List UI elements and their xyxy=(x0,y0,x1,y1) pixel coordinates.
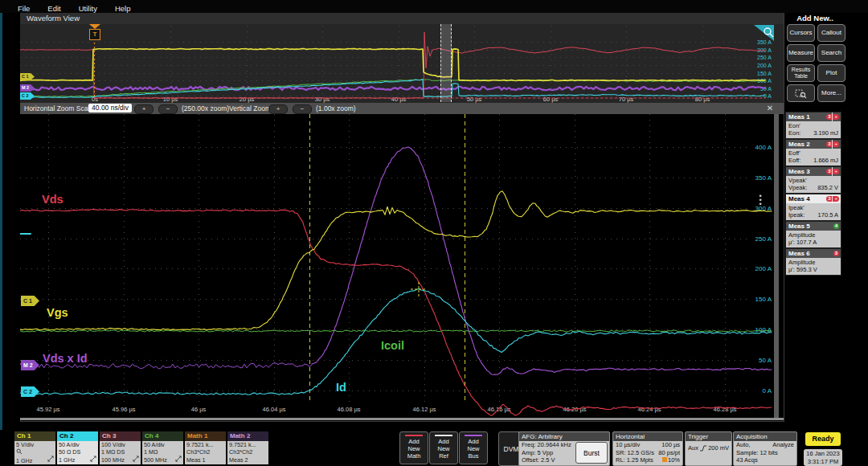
add-new-zoom-select-button[interactable] xyxy=(787,84,815,102)
add-new-math-button[interactable]: AddNewMath xyxy=(399,431,428,464)
x-tick-label: 30 µs xyxy=(315,96,330,103)
v-zoom-label: Vertical Zoom xyxy=(229,104,271,112)
channel-setting: 100 V/div xyxy=(101,441,139,448)
meas-source-badge: 3+ xyxy=(826,169,839,174)
y-tick-label: 150 A xyxy=(757,71,772,76)
x-tick-label: 46.24 µs xyxy=(638,406,661,413)
trace-label-id[interactable]: Id xyxy=(336,381,346,394)
meas-header: Meas 63 xyxy=(785,248,841,258)
trace-label-vds-x-id[interactable]: Vds x Id xyxy=(43,352,88,365)
y-tick-label: 350 A xyxy=(755,174,772,182)
h-zoom-minus-button[interactable]: − xyxy=(158,104,178,114)
meas-body: Eon'Eon:3.190 mJ xyxy=(785,121,841,139)
acquisition-mode: Auto, xyxy=(736,441,751,449)
trace-icoil-ch4 xyxy=(20,330,772,332)
panel-splitter[interactable] xyxy=(774,114,779,418)
trace-label-icoil[interactable]: Icoil xyxy=(381,339,404,352)
meas-name-label: Amplitude xyxy=(788,231,838,239)
zoom-select-corner-icon[interactable] xyxy=(752,24,775,42)
v-zoom-minus-button[interactable]: − xyxy=(293,104,312,114)
meas-source-badge: 3+ xyxy=(826,114,839,120)
channel-badge-ch2[interactable]: Ch 250 A/div50 Ω DS1 GHz xyxy=(57,431,98,464)
channel-badge-ch4[interactable]: Ch 450 A/div1 MΩ500 MHz xyxy=(142,431,183,464)
meas-name-label: Vpeak' xyxy=(788,177,838,184)
acquisition-analyze: Analyze xyxy=(772,441,794,449)
splitter-handle-icon[interactable]: ••• xyxy=(759,194,762,207)
add-new-results-table-button[interactable]: ResultsTable xyxy=(787,64,815,82)
add-new-title: Add New.. xyxy=(784,14,846,22)
channel-badge-header: Ch 1 xyxy=(14,431,55,441)
afg-amp: Amp: 5 Vpp xyxy=(519,449,574,457)
meas-3-card[interactable]: Meas 33+Vpeak'Vpeak:835.2 V xyxy=(785,166,841,194)
add-new-cursors-button[interactable]: Cursors xyxy=(787,24,815,42)
scale-arrows-icon xyxy=(47,456,54,464)
zoom-bar-close-icon[interactable]: ✕ xyxy=(764,103,776,113)
h-zoom-plus-button[interactable]: + xyxy=(134,104,154,114)
add-new-bus-button[interactable]: AddNewBus xyxy=(459,431,488,464)
x-tick-label: 70 µs xyxy=(619,96,634,103)
x-tick-label: 40 µs xyxy=(391,96,407,103)
horizontal-window: 100 µs xyxy=(661,441,680,449)
afg-offset: Offset: 2.5 V xyxy=(519,456,574,464)
channel-badge-math1[interactable]: Math 19.7521 k...Ch3*Ch2Meas 1 xyxy=(185,431,226,464)
meas-body: Amplitudeµ': 107.7 A xyxy=(785,231,841,248)
meas-6-card[interactable]: Meas 63Amplitudeµ': 595.3 V xyxy=(785,248,841,276)
add-new-plot-button[interactable]: Plot xyxy=(817,64,845,82)
meas-value-label: Eoff: xyxy=(788,157,800,164)
add-new-callout-button[interactable]: Callout xyxy=(817,24,845,42)
meas-value-row: µ': 595.3 V xyxy=(788,266,838,273)
waveform-view-tab-label: Waveform View xyxy=(20,13,80,24)
menu-help[interactable]: Help xyxy=(115,4,131,13)
ready-status-badge: Ready xyxy=(805,432,841,446)
scale-arrows-icon xyxy=(90,456,96,464)
horizontal-position: 10% xyxy=(662,456,680,464)
channel-badge-body: 9.7521 k...Ch3*Ch2Meas 1 xyxy=(185,441,226,464)
x-tick-label: 45.92 µs xyxy=(37,406,60,413)
h-zoom-factor-label: (250.00x zoom) xyxy=(182,104,229,112)
menu-bar: FileEditUtilityHelp xyxy=(0,0,868,13)
channel-badge-body: 50 A/div50 Ω DS1 GHz xyxy=(57,441,98,464)
plot-bottom-border xyxy=(20,418,784,420)
menu-file[interactable]: File xyxy=(18,4,30,13)
meas-body: Ipeak'Ipeak:170.5 A xyxy=(785,203,841,221)
meas-name-label: Ipeak' xyxy=(788,204,838,211)
zoom-window-indicator[interactable] xyxy=(440,24,452,102)
meas-body: Amplitudeµ': 595.3 V xyxy=(785,258,841,276)
x-tick-label: 20 µs xyxy=(240,96,255,103)
trace-label-vds[interactable]: Vds xyxy=(42,193,63,206)
channel-badge-ch3[interactable]: Ch 3100 V/div1 MΩ DS100 MHz xyxy=(100,431,141,464)
meas-2-card[interactable]: Meas 23+Eoff'Eoff:1.666 mJ xyxy=(785,139,841,166)
menu-edit[interactable]: Edit xyxy=(47,4,60,13)
datetime-display: 16 Jan 2023 3:31:17 PM xyxy=(804,449,842,466)
window-edge-strip xyxy=(0,0,2,466)
v-zoom-plus-button[interactable]: + xyxy=(268,104,288,114)
y-tick-label: 200 A xyxy=(755,265,772,272)
horizontal-panel[interactable]: Horizontal 10 µs/div100 µs SR: 12.5 GS/s… xyxy=(612,431,683,466)
trace-label-vgs[interactable]: Vgs xyxy=(47,306,68,319)
y-tick-label: 50 A xyxy=(759,357,772,364)
trigger-position-marker[interactable]: T xyxy=(89,29,100,40)
burst-button[interactable]: Burst xyxy=(575,442,608,464)
channel-setting: 50 A/div xyxy=(59,441,96,448)
add-new-search-button[interactable]: Search xyxy=(817,44,845,62)
meas-5-card[interactable]: Meas 54Amplitudeµ': 107.7 A xyxy=(785,221,841,248)
add-new-measure-button[interactable]: Measure xyxy=(787,44,815,62)
add-new-ref-button[interactable]: AddNewRef xyxy=(429,431,458,464)
waveform-view-tab[interactable]: Waveform View xyxy=(20,13,784,25)
trigger-panel[interactable]: Trigger Aux 200 mV xyxy=(685,431,732,466)
meas-body: Vpeak'Vpeak:835.2 V xyxy=(785,176,841,194)
channel-badge-ch1[interactable]: Ch 15 V/div1 GHz xyxy=(14,431,55,464)
meas-1-card[interactable]: Meas 13+Eon'Eon:3.190 mJ xyxy=(785,112,841,139)
zoom-select-icon xyxy=(795,88,807,99)
channel-badge-body: 9.7521 k...Ch3*Ch2Meas 2 xyxy=(227,441,268,464)
x-tick-label: 10 µs xyxy=(163,96,178,103)
acquisition-panel[interactable]: Acquisition Auto,Analyze Sample: 12 bits… xyxy=(733,431,797,466)
channel-badge-math2[interactable]: Math 29.7521 k...Ch3*Ch2Meas 2 xyxy=(227,431,268,464)
meas-name-label: Eoff' xyxy=(788,149,838,157)
afg-panel[interactable]: AFG: Arbitrary Freq: 20.9644 kHz Amp: 5 … xyxy=(518,431,610,466)
zoom-waveform-plot: 45.92 µs45.96 µs46 µs46.04 µs46.08 µs46.… xyxy=(20,114,784,418)
meas-4-card[interactable]: Meas 43+Ipeak'Ipeak:170.5 A xyxy=(785,194,841,221)
add-new-more-button[interactable]: More... xyxy=(817,84,845,102)
h-zoom-scale-input[interactable]: 40.00 ns/div xyxy=(88,104,132,112)
menu-utility[interactable]: Utility xyxy=(79,4,97,13)
